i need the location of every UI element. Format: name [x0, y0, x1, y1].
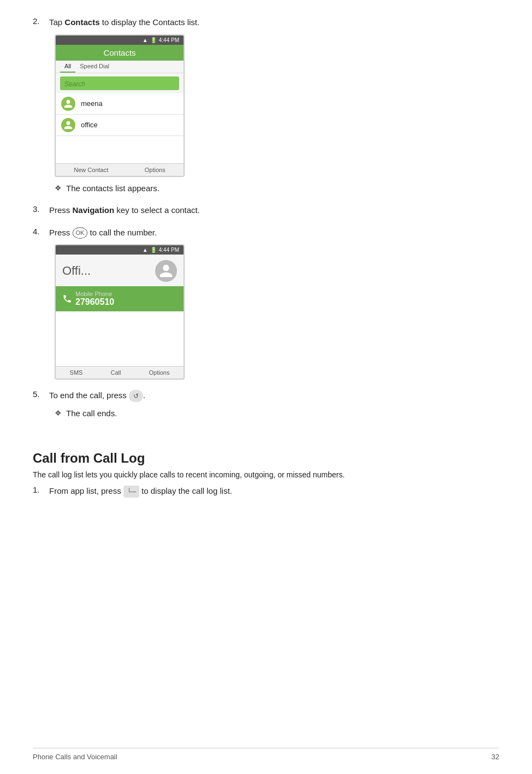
step5-bullet-text: The call ends. [66, 407, 117, 420]
phone1-bottom-bar: New Contact Options [56, 163, 184, 176]
battery-icon: 🔋 [150, 37, 157, 43]
phone2-call-name: Offi... [62, 264, 91, 278]
step-2-text: Tap Contacts to display the Contacts lis… [49, 16, 199, 29]
phone-handset-icon [62, 294, 72, 304]
ok-button-icon: OK [73, 227, 88, 239]
step-5-text: To end the call, press ↺ . [49, 389, 145, 402]
section-intro: The call log list lets you quickly place… [33, 469, 499, 481]
step-2-block: 2. Tap Contacts to display the Contacts … [33, 16, 499, 194]
phone2-btn-call[interactable]: Call [110, 369, 121, 376]
contact-avatar-meena [61, 97, 75, 111]
phone2-empty-space [56, 311, 184, 366]
contact-name-meena: meena [81, 99, 103, 108]
person-icon-office [63, 120, 73, 130]
person-icon-meena [63, 99, 73, 109]
phone-mockup-1: ▲ 🔋 4:44 PM Contacts All Speed Dial Sear… [55, 34, 185, 177]
footer-page: 32 [492, 753, 499, 761]
step-3-line: 3. Press Navigation key to select a cont… [33, 204, 499, 217]
phone2-call-header: Offi... [56, 255, 184, 286]
phone2-call-number: 27960510 [75, 297, 114, 307]
phone1-empty-space [56, 136, 184, 163]
phone2-call-type-label: Mobile Phone [75, 291, 114, 297]
phone2-call-green: Mobile Phone 27960510 [56, 286, 184, 311]
phone1-search-text: Search [64, 80, 85, 88]
step-3-bold: Navigation [73, 205, 115, 215]
step5-bullet-line: ❖ The call ends. [55, 407, 499, 420]
phone2-btn-options[interactable]: Options [149, 369, 170, 376]
phone2-call-info: Mobile Phone 27960510 [75, 291, 114, 307]
step-4-num: 4. [33, 227, 49, 236]
phone2-person-icon [155, 260, 177, 282]
step2-bullet-line: ❖ The contacts list appears. [55, 182, 499, 195]
end-call-icon: ↺ [129, 390, 143, 402]
phone1-status-bar: ▲ 🔋 4:44 PM [56, 36, 184, 45]
bullet-diamond-1: ❖ [55, 184, 62, 192]
contact-avatar-office [61, 118, 75, 132]
phone-mockup-2: ▲ 🔋 4:44 PM Offi... Mobile Phone 2796051… [55, 244, 185, 380]
phone1-search-box[interactable]: Search [60, 76, 179, 90]
step-3-text: Press Navigation key to select a contact… [49, 204, 200, 217]
contact-row-office[interactable]: office [56, 115, 184, 136]
status-time: 4:44 PM [159, 37, 179, 43]
contact-name-office: office [81, 121, 98, 129]
section-step-1-block: 1. From app list, press └─ to display th… [33, 485, 499, 498]
section-step-1-line: 1. From app list, press └─ to display th… [33, 485, 499, 498]
phone2-status-time: 4:44 PM [159, 247, 179, 253]
step-4-line: 4. Press OK to call the number. [33, 227, 499, 239]
phone1-title: Contacts [56, 45, 184, 61]
step-4-text: Press OK to call the number. [49, 227, 157, 239]
phone1-btn-options[interactable]: Options [145, 167, 165, 173]
section-heading: Call from Call Log [33, 451, 499, 466]
step-3-num: 3. [33, 204, 49, 214]
section-step-1-text: From app list, press └─ to display the c… [49, 485, 232, 498]
step-2-line: 2. Tap Contacts to display the Contacts … [33, 16, 499, 29]
step-2-bold: Contacts [64, 17, 99, 27]
phone2-btn-sms[interactable]: SMS [70, 369, 83, 376]
bullet-diamond-2: ❖ [55, 409, 62, 417]
phone2-battery-icon: 🔋 [150, 247, 157, 253]
contact-row-meena[interactable]: meena [56, 93, 184, 115]
signal-icon: ▲ [143, 37, 148, 43]
step-4-block: 4. Press OK to call the number. ▲ 🔋 4:44… [33, 227, 499, 380]
step2-bullet-text: The contacts list appears. [66, 182, 159, 195]
phone2-signal-icon: ▲ [143, 247, 148, 253]
app-list-icon: └─ [123, 486, 139, 498]
step-3-block: 3. Press Navigation key to select a cont… [33, 204, 499, 217]
step-5-num: 5. [33, 389, 49, 399]
footer-bar: Phone Calls and Voicemail 32 [33, 748, 499, 761]
footer-left: Phone Calls and Voicemail [33, 753, 117, 761]
step-5-block: 5. To end the call, press ↺ . ❖ The call… [33, 389, 499, 420]
step-2-num: 2. [33, 16, 49, 26]
phone1-tabs: All Speed Dial [56, 61, 184, 73]
phone2-status-bar: ▲ 🔋 4:44 PM [56, 245, 184, 255]
section-step-1-num: 1. [33, 485, 49, 494]
tab-all[interactable]: All [60, 61, 75, 73]
tab-speed-dial[interactable]: Speed Dial [75, 61, 114, 73]
step-5-line: 5. To end the call, press ↺ . [33, 389, 499, 402]
phone1-btn-new-contact[interactable]: New Contact [74, 167, 108, 173]
phone2-bottom-bar: SMS Call Options [56, 366, 184, 379]
person-avatar-icon [158, 263, 174, 279]
